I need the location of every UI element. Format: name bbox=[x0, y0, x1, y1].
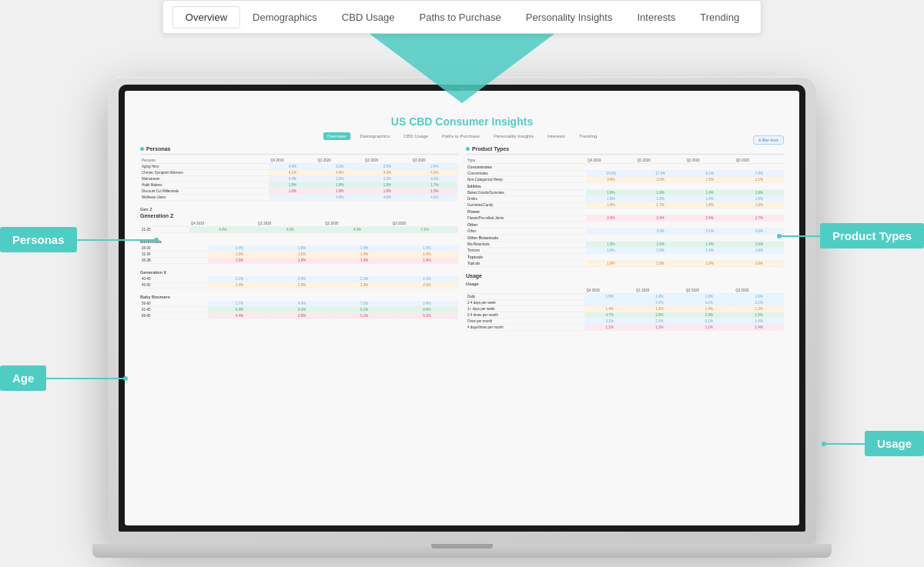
usage-sublabel: Usage bbox=[466, 273, 482, 278]
laptop-base bbox=[92, 544, 832, 558]
cell-val: 2.5% bbox=[270, 282, 333, 289]
cell-val: 2.4% bbox=[208, 282, 270, 289]
product-type-name: Bio-Botanicals bbox=[466, 242, 586, 248]
cell-val: 1.1% bbox=[634, 325, 685, 331]
age-table-bb: 56-60 1.7% 4.4% 7.1% 2.4% 61-65 0.4% 4.1 bbox=[140, 301, 458, 319]
cell-val: 4.5% bbox=[316, 195, 363, 201]
filter-button[interactable]: & filter tools bbox=[753, 135, 784, 145]
cell-val: 1.4% bbox=[396, 258, 458, 264]
cell-val: 2.9% bbox=[586, 215, 635, 222]
tab-overview[interactable]: Overview bbox=[172, 6, 240, 28]
cell-val bbox=[269, 195, 316, 201]
cell-val: 3.8% bbox=[586, 177, 635, 183]
cell-val: 4.1% bbox=[270, 307, 333, 313]
persona-name: Discount Cut Millennials bbox=[140, 188, 269, 195]
cell-val: 1.7% bbox=[411, 182, 458, 188]
cell-val: 4.1% bbox=[269, 170, 316, 176]
screen-tab-overview[interactable]: Overview bbox=[323, 132, 350, 140]
cell-val: 1.6% bbox=[208, 252, 270, 258]
group-label: Edibles bbox=[466, 183, 784, 190]
persona-name: Habit Makers bbox=[140, 182, 269, 188]
cell-val: 1.2% bbox=[634, 306, 685, 312]
tab-demographics[interactable]: Demographics bbox=[240, 7, 330, 28]
table-row: Gummies/Candy 1.6% 1.7% 1.8% 1.6% bbox=[466, 202, 784, 208]
cell-val: 4.9% bbox=[269, 164, 316, 170]
cell-val: 2.3% bbox=[333, 282, 396, 289]
screen-tab-cbd[interactable]: CBD Usage bbox=[400, 132, 432, 140]
table-row: Mainstream 3.4% 3.5% 3.2% 3.1% bbox=[140, 176, 458, 182]
cell-val: 1.2% bbox=[734, 306, 784, 312]
tab-cbd-usage[interactable]: CBD Usage bbox=[330, 7, 407, 28]
pt-col-q3: Q3 2020 bbox=[735, 158, 784, 164]
screen-tab-paths[interactable]: Paths to Purchase bbox=[438, 132, 484, 140]
table-row: Other 3.2% 3.1% 3.0% bbox=[466, 228, 784, 235]
cell-val: 1.6% bbox=[635, 248, 685, 254]
cell-val: 1.4% bbox=[734, 319, 784, 325]
cell-val: 1.4% bbox=[208, 245, 270, 252]
cell-val: 1.8% bbox=[635, 196, 685, 202]
cell-val: 4.1% bbox=[411, 195, 458, 201]
cell-val: 1.5% bbox=[411, 188, 458, 195]
table-row: 61-65 0.4% 4.1% 0.1% 0.4% bbox=[140, 307, 458, 313]
laptop-body: US CBD Consumer Insights Overview Demogr… bbox=[108, 77, 816, 544]
cell-val: 2.4% bbox=[270, 276, 333, 282]
cell-val: 1.8% bbox=[685, 261, 735, 267]
usage-freq: Daily bbox=[466, 294, 584, 300]
personas-col-q4: Q4 2019 bbox=[269, 158, 316, 164]
table-row: 21-25 4.4% 4.3% 4.5% 7.1% bbox=[140, 227, 458, 233]
cell-val: 1.4% bbox=[333, 252, 396, 258]
table-row: 2-4 days per week 4.1% 0.1% 0.1% bbox=[466, 300, 784, 306]
personas-annotation-line bbox=[77, 239, 154, 241]
table-row: Concentrates 14.5% 17.4% 6.1% 7.8% bbox=[466, 171, 784, 177]
cell-val: 0.1% bbox=[734, 300, 784, 306]
screen-body: Personas Persona Q4 2019 Q1 2020 Q2 2020 bbox=[137, 146, 787, 337]
screen-title: US CBD Consumer Insights bbox=[137, 115, 787, 128]
cell-val: 1.3% bbox=[396, 245, 458, 252]
tab-paths[interactable]: Paths to Purchase bbox=[407, 7, 514, 28]
age-annotation-box: Age bbox=[0, 365, 46, 391]
age-annotation-dot bbox=[123, 376, 128, 381]
personas-table: Persona Q4 2019 Q1 2020 Q2 2020 Q3 2020 … bbox=[140, 158, 458, 201]
cell-val: 2.1% bbox=[333, 276, 396, 282]
product-type-name: Flower/Pre-rolled Joints bbox=[466, 215, 586, 222]
tab-personality[interactable]: Personality Insights bbox=[514, 7, 625, 28]
left-column: Personas Persona Q4 2019 Q1 2020 Q2 2020 bbox=[140, 146, 458, 337]
screen-tab-trending[interactable]: Trending bbox=[575, 132, 601, 140]
cell-val: 1.8% bbox=[685, 294, 735, 300]
annotation-product-types: Product Types bbox=[777, 223, 924, 248]
cell-val: 1.5% bbox=[635, 242, 685, 248]
usage-freq: 4 days/times per month bbox=[466, 325, 584, 331]
cell-val: 4.4% bbox=[316, 170, 363, 176]
persona-name: Aging Hero bbox=[140, 164, 269, 170]
cell-val: 17.4% bbox=[635, 171, 685, 177]
group-label: Concentrates bbox=[466, 164, 784, 171]
cell-val: 2.7% bbox=[735, 215, 784, 222]
annotation-usage: Usage bbox=[822, 431, 924, 456]
personas-divider bbox=[140, 154, 458, 155]
cell-val: 0.4% bbox=[208, 307, 270, 313]
cell-val: 1.8% bbox=[363, 188, 410, 195]
tab-interests[interactable]: Interests bbox=[624, 7, 688, 28]
right-column: Product Types Type Q4 2019 Q1 2020 Q2 20… bbox=[466, 146, 784, 337]
cell-val: 1.8% bbox=[584, 294, 634, 300]
tab-trending[interactable]: Trending bbox=[688, 7, 752, 28]
gen-x-label: Generation X bbox=[140, 270, 458, 275]
generation-label: Generation Z bbox=[140, 213, 173, 218]
cell-val: 1.6% bbox=[735, 202, 784, 208]
age-annotation-line bbox=[46, 378, 123, 379]
product-types-annotation-line bbox=[782, 235, 820, 237]
screen-content: US CBD Consumer Insights Overview Demogr… bbox=[125, 91, 799, 525]
usage-col-q4: Q4 2019 bbox=[584, 288, 634, 294]
product-type-name: Baked Goods/Gummies bbox=[466, 190, 586, 196]
cell-val: 2.4% bbox=[411, 164, 458, 170]
cell-val: 1.5% bbox=[270, 258, 333, 264]
table-row: Habit Makers 1.8% 1.8% 1.8% 1.7% bbox=[140, 182, 458, 188]
group-label: Flower bbox=[466, 208, 784, 215]
age-header: Generation Z bbox=[140, 213, 458, 218]
usage-col-q1: Q1 2020 bbox=[634, 288, 685, 294]
usage-header: Usage bbox=[466, 273, 784, 278]
cell-val: 4.4% bbox=[208, 313, 270, 319]
screen-tab-interests[interactable]: Interests bbox=[544, 132, 569, 140]
screen-tab-demographics[interactable]: Demographics bbox=[357, 132, 394, 140]
screen-tab-personality[interactable]: Personality Insights bbox=[490, 132, 537, 140]
